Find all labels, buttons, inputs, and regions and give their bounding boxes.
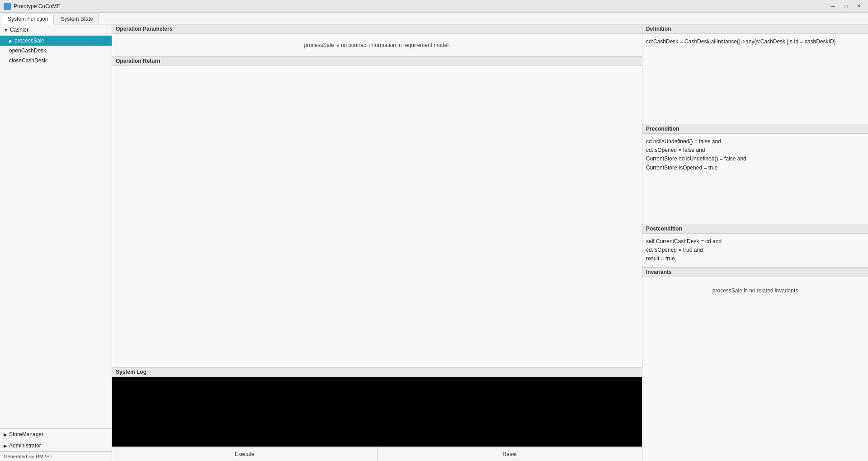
- title-bar-left: Prototype CoCoME: [4, 3, 60, 10]
- precondition-text: cd.oclIsUndefined() = false andcd.IsOpen…: [646, 138, 746, 171]
- execute-button[interactable]: Execute: [112, 447, 377, 461]
- administrator-arrow-icon: ▶: [4, 443, 7, 448]
- main: ▼ Cashier ▶ processSale openCashDesk clo…: [0, 24, 868, 461]
- menu-tabs: System Function System State: [0, 13, 868, 24]
- minimize-button[interactable]: ─: [827, 2, 839, 11]
- invariants-body: processSale is no related invariants: [642, 277, 868, 304]
- tab-system-state[interactable]: System State: [55, 14, 99, 24]
- operation-return-body: [112, 66, 642, 367]
- postcondition-body: self.CurrentCashDesk = cd andcd.IsOpened…: [642, 234, 868, 268]
- closeCashDesk-label: closeCashDesk: [9, 57, 47, 64]
- bottom-buttons: Execute Reset: [112, 447, 642, 461]
- title-bar-controls: ─ □ ✕: [827, 2, 864, 11]
- reset-button[interactable]: Reset: [377, 447, 642, 461]
- operation-parameters-body: processSale is no contract information i…: [112, 34, 642, 56]
- processSale-label: processSale: [14, 38, 44, 44]
- postcondition-header: Postcondition: [642, 224, 868, 234]
- administrator-label: Administrator: [9, 442, 41, 449]
- op-params-message: processSale is no contract information i…: [304, 42, 450, 48]
- invariants-header: Invariants: [642, 268, 868, 277]
- app-icon: [4, 3, 11, 10]
- cashier-children: ▶ processSale openCashDesk closeCashDesk: [0, 36, 112, 66]
- storeManager-label: StoreManager: [9, 431, 43, 437]
- cashier-label: Cashier: [10, 27, 28, 33]
- sidebar-item-processSale[interactable]: ▶ processSale: [0, 36, 112, 46]
- precondition-body: cd.oclIsUndefined() = false andcd.IsOpen…: [642, 134, 868, 224]
- generated-by: Generated By RM2PT: [0, 452, 112, 461]
- cashier-arrow-icon: ▼: [4, 28, 8, 33]
- sidebar-item-openCashDesk[interactable]: openCashDesk: [0, 46, 112, 56]
- system-log-header: System Log: [112, 367, 642, 377]
- sidebar-footer: ▶ StoreManager ▶ Administrator: [0, 428, 112, 452]
- tree-group-cashier: ▼ Cashier ▶ processSale openCashDesk clo…: [0, 24, 112, 66]
- definition-header: Definition: [642, 24, 868, 34]
- right-panel: Definition cd:CashDesk = CashDesk.allIns…: [642, 24, 868, 461]
- close-button[interactable]: ✕: [853, 2, 864, 11]
- precondition-header: Precondition: [642, 124, 868, 134]
- sidebar-item-administrator[interactable]: ▶ Administrator: [0, 440, 112, 452]
- storeManager-arrow-icon: ▶: [4, 432, 7, 437]
- openCashDesk-label: openCashDesk: [9, 47, 46, 54]
- system-log-body: [112, 377, 642, 447]
- cashier-group-header[interactable]: ▼ Cashier: [0, 24, 112, 36]
- maximize-button[interactable]: □: [840, 2, 852, 11]
- operation-return-header: Operation Return: [112, 56, 642, 66]
- processSale-arrow-icon: ▶: [9, 38, 13, 43]
- sidebar-item-closeCashDesk[interactable]: closeCashDesk: [0, 56, 112, 66]
- sidebar-item-storeManager[interactable]: ▶ StoreManager: [0, 429, 112, 440]
- operation-parameters-header: Operation Parameters: [112, 24, 642, 34]
- title-bar: Prototype CoCoME ─ □ ✕: [0, 0, 868, 13]
- title-text: Prototype CoCoME: [14, 3, 60, 9]
- content-area: Operation Parameters processSale is no c…: [112, 24, 642, 461]
- sidebar: ▼ Cashier ▶ processSale openCashDesk clo…: [0, 24, 112, 461]
- definition-body: cd:CashDesk = CashDesk.allInstance()->an…: [642, 34, 868, 124]
- postcondition-text: self.CurrentCashDesk = cd andcd.IsOpened…: [646, 238, 722, 262]
- tab-system-function[interactable]: System Function: [2, 14, 54, 24]
